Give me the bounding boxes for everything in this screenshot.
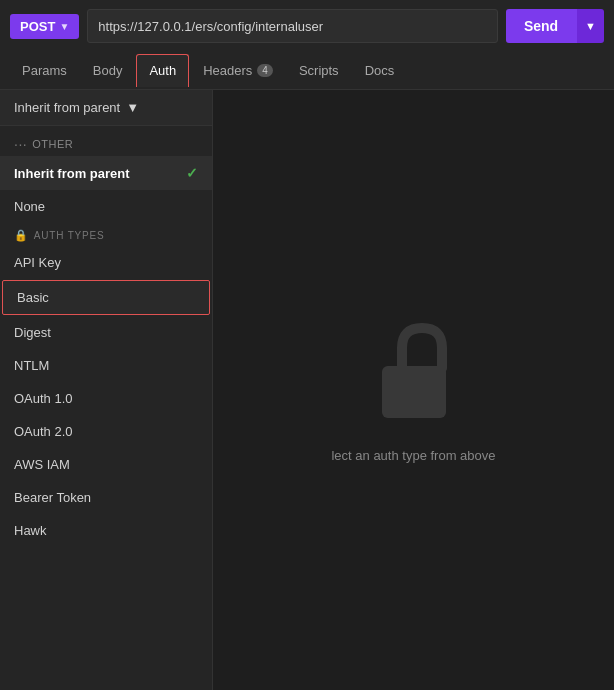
menu-item-none[interactable]: None — [0, 190, 212, 223]
auth-section: Inherit from parent ▼ ··· OTHER Inherit … — [0, 90, 614, 690]
lock-illustration — [364, 318, 464, 432]
tab-body[interactable]: Body — [81, 55, 135, 86]
tab-body-label: Body — [93, 63, 123, 78]
tab-docs[interactable]: Docs — [353, 55, 407, 86]
auth-types-section-label: 🔒 AUTH TYPES — [0, 223, 212, 246]
method-selector[interactable]: POST ▼ — [10, 14, 79, 39]
auth-hint-text: lect an auth type from above — [331, 448, 495, 463]
menu-item-digest[interactable]: Digest — [0, 316, 212, 349]
auth-dropdown-label: Inherit from parent — [14, 100, 120, 115]
auth-dropdown-bar[interactable]: Inherit from parent ▼ — [0, 90, 212, 126]
method-chevron: ▼ — [59, 21, 69, 32]
tab-headers[interactable]: Headers 4 — [191, 55, 285, 86]
menu-item-oauth2[interactable]: OAuth 2.0 — [0, 415, 212, 448]
send-dropdown-button[interactable]: ▼ — [576, 9, 604, 43]
menu-item-hawk[interactable]: Hawk — [0, 514, 212, 547]
tab-auth-label: Auth — [149, 63, 176, 78]
url-input[interactable] — [87, 9, 498, 43]
menu-item-bearer[interactable]: Bearer Token — [0, 481, 212, 514]
tab-docs-label: Docs — [365, 63, 395, 78]
tab-scripts[interactable]: Scripts — [287, 55, 351, 86]
auth-dropdown-chevron: ▼ — [126, 100, 139, 115]
lock-small-icon: 🔒 — [14, 229, 29, 242]
tab-scripts-label: Scripts — [299, 63, 339, 78]
dots-icon: ··· — [14, 136, 27, 152]
other-label-text: OTHER — [32, 138, 73, 150]
send-chevron: ▼ — [585, 20, 596, 32]
auth-types-label-text: AUTH TYPES — [34, 230, 105, 241]
tab-headers-label: Headers — [203, 63, 252, 78]
menu-item-aws-iam[interactable]: AWS IAM — [0, 448, 212, 481]
menu-item-ntlm[interactable]: NTLM — [0, 349, 212, 382]
left-panel: Inherit from parent ▼ ··· OTHER Inherit … — [0, 90, 213, 690]
send-button[interactable]: Send — [506, 9, 576, 43]
inherit-label: Inherit from parent — [14, 166, 130, 181]
tab-params-label: Params — [22, 63, 67, 78]
menu-item-oauth1[interactable]: OAuth 1.0 — [0, 382, 212, 415]
none-label: None — [14, 199, 45, 214]
right-panel: lect an auth type from above — [213, 90, 614, 690]
other-section-label: ··· OTHER — [0, 126, 212, 156]
menu-item-inherit[interactable]: Inherit from parent ✓ — [0, 156, 212, 190]
tabs-bar: Params Body Auth Headers 4 Scripts Docs — [0, 52, 614, 90]
menu-item-basic[interactable]: Basic — [2, 280, 210, 315]
method-label: POST — [20, 19, 55, 34]
svg-rect-0 — [382, 366, 446, 418]
tab-params[interactable]: Params — [10, 55, 79, 86]
headers-badge: 4 — [257, 64, 273, 77]
top-bar: POST ▼ Send ▼ — [0, 0, 614, 52]
menu-item-api-key[interactable]: API Key — [0, 246, 212, 279]
inherit-check: ✓ — [186, 165, 198, 181]
send-btn-group: Send ▼ — [506, 9, 604, 43]
tab-auth[interactable]: Auth — [136, 54, 189, 87]
